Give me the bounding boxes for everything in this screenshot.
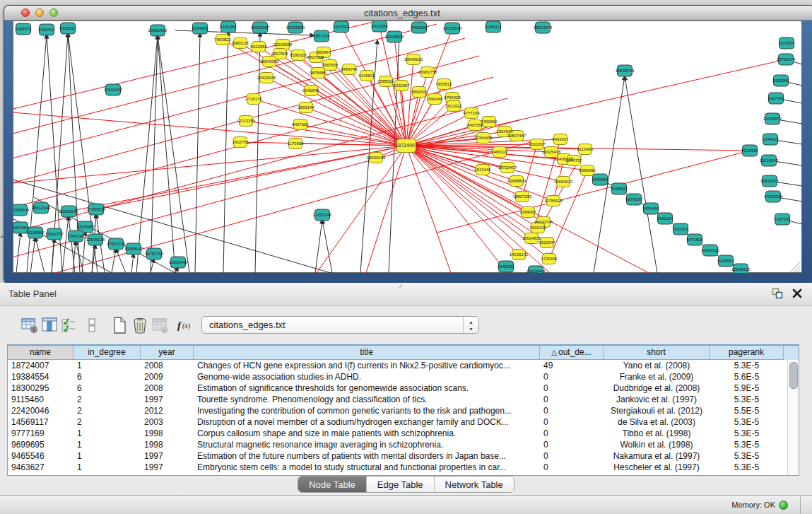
- cell-title: Disruption of a novel member of a sodium…: [194, 416, 540, 428]
- cell-title: Structural magnetic resonance image aver…: [194, 439, 540, 450]
- graph-edge: [13, 146, 406, 183]
- cell-name: 19384554: [8, 371, 73, 382]
- cell-pagerank: 5.3E-5: [710, 360, 784, 371]
- cell-in_degree: 1: [73, 450, 141, 462]
- graph-node-label: 14136141: [510, 252, 529, 257]
- column-header-title[interactable]: title: [194, 346, 540, 360]
- graph-node-label: 985467: [317, 50, 331, 54]
- table-row[interactable]: 946554611997Estimation of the future num…: [8, 450, 788, 462]
- tab-network-table[interactable]: Network Table: [434, 477, 514, 492]
- table-row[interactable]: 969969511998Structural magnetic resonanc…: [8, 439, 788, 450]
- graph-node-label: 10688809: [507, 179, 526, 183]
- graph-node-label: 18720407: [498, 165, 517, 170]
- table-row[interactable]: 911546021997Tourette syndrome. Phenomeno…: [8, 394, 788, 405]
- graph-node-label: 10958147: [124, 247, 143, 251]
- row-checklist-icon[interactable]: [59, 315, 79, 335]
- graph-node-label: 1851051: [13, 226, 29, 230]
- cell-out_de: 0: [540, 439, 604, 450]
- graph-node-label: 9827505: [271, 52, 288, 56]
- cell-out_de: 0: [540, 416, 604, 428]
- table-toolbar: f (x) citations_edges.txt ▲▼: [0, 305, 812, 344]
- graph-node-label: 1187533: [775, 217, 792, 221]
- graph-node-label: 21053346: [313, 213, 332, 217]
- status-bar: Memory: OK: [0, 495, 812, 514]
- graph-node-label: 18300295: [367, 156, 386, 160]
- dropdown-selected-value: citations_edges.txt: [209, 320, 286, 330]
- graph-node-label: 10756928: [544, 199, 563, 203]
- table-row[interactable]: 1938455462009Genome-wide association stu…: [8, 371, 788, 382]
- cell-out_de: 0: [540, 428, 604, 439]
- panel-collapse-arrow-icon[interactable]: ◂: [0, 233, 3, 240]
- sort-ascending-icon: △: [551, 349, 557, 356]
- cell-title: Investigating the contribution of common…: [194, 405, 540, 416]
- column-settings-icon[interactable]: [20, 315, 40, 335]
- memory-status-icon[interactable]: [779, 501, 788, 510]
- float-panel-icon[interactable]: [770, 287, 785, 301]
- graph-node-label: 8471626: [686, 238, 703, 242]
- graph-edge: [158, 35, 189, 273]
- table-source-dropdown[interactable]: citations_edges.txt ▲▼: [201, 316, 479, 334]
- close-panel-icon[interactable]: [789, 287, 805, 301]
- graph-node-label: 10653287: [251, 25, 270, 30]
- graph-edge: [16, 233, 20, 273]
- select-columns-icon[interactable]: [40, 315, 59, 335]
- graph-node-label: 5938923: [611, 187, 628, 191]
- scrollbar-thumb[interactable]: [789, 362, 798, 389]
- table-row[interactable]: 1830029562008Estimation of significance …: [8, 382, 788, 394]
- cell-title: Estimation of the future numbers of pati…: [194, 450, 540, 462]
- graph-node-label: 8427552: [292, 122, 309, 127]
- new-file-icon[interactable]: [110, 315, 130, 335]
- graph-edge: [35, 238, 45, 273]
- graph-node-label: 15751074: [777, 57, 796, 62]
- graph-node-label: 18807293: [513, 194, 532, 199]
- cell-short: Stergiakouli et al. (2012): [604, 405, 710, 416]
- window-titlebar[interactable]: citations_edges.txt: [4, 6, 812, 21]
- column-header-name[interactable]: name: [8, 346, 73, 360]
- column-header-pagerank[interactable]: pagerank: [710, 346, 784, 360]
- graph-node-label: 10025438: [542, 150, 561, 154]
- graph-edge: [255, 33, 260, 273]
- graph-node-label: 1170068: [288, 141, 305, 146]
- graph-node-label: 19218506: [385, 35, 404, 39]
- table-row[interactable]: 1872400712008Changes of HCN gene express…: [8, 360, 788, 371]
- graph-node-label: 19654923: [554, 180, 573, 184]
- cell-pagerank: 5.3E-5: [710, 416, 784, 428]
- tab-edge-table[interactable]: Edge Table: [366, 477, 434, 492]
- network-canvas[interactable]: 2405572916041381055312069140691540828131…: [13, 21, 802, 273]
- tab-node-table[interactable]: Node Table: [298, 477, 366, 492]
- graph-node-label: 9160413: [38, 28, 55, 32]
- graph-node-label: 1640954: [592, 177, 608, 182]
- column-header-in_degree[interactable]: in_degree: [73, 346, 141, 360]
- network-window: citations_edges.txt 24055729160413810553…: [4, 6, 812, 283]
- table-row[interactable]: 946362711997Embryonic stem cells: a mode…: [8, 462, 788, 473]
- cell-pagerank: 5.3E-5: [710, 428, 784, 439]
- graph-node-label: 2803144: [298, 105, 314, 110]
- splitter-grip-icon[interactable]: ∕∕: [400, 283, 401, 290]
- rows-icon[interactable]: [85, 315, 105, 335]
- graph-node-label: 7632621: [672, 227, 689, 231]
- graph-edge: [52, 239, 54, 273]
- graph-edge: [131, 254, 134, 273]
- table-row[interactable]: 2242004622012Investigating the contribut…: [8, 405, 788, 416]
- graph-node-label: 6794028: [444, 95, 461, 100]
- delete-trash-icon[interactable]: [130, 315, 150, 335]
- graph-node-label: 12505135: [86, 238, 105, 242]
- column-header-year[interactable]: year: [141, 346, 194, 360]
- graph-edge: [246, 121, 406, 146]
- graph-node-label: 2522547: [539, 240, 555, 245]
- cell-in_degree: 2: [73, 416, 141, 428]
- graph-edge: [30, 238, 35, 273]
- graph-node-label: 9875685: [310, 71, 326, 75]
- function-builder-icon[interactable]: f (x): [175, 315, 199, 335]
- graph-node-label: 1244415: [762, 137, 779, 141]
- citation-network-graph[interactable]: 2405572916041381055312069140691540828131…: [13, 21, 802, 273]
- column-header-out_de[interactable]: △out_de...: [540, 346, 604, 360]
- cell-out_de: 0: [540, 371, 604, 382]
- table-scrollbar[interactable]: [787, 360, 799, 475]
- column-header-short[interactable]: short: [604, 346, 710, 360]
- graph-node-label: 7462662: [481, 119, 498, 124]
- graph-edge: [522, 144, 537, 197]
- table-row[interactable]: 977716911998Corpus callosum shape and si…: [8, 428, 788, 439]
- graph-node-label: 16961758: [418, 70, 437, 74]
- table-row[interactable]: 1456911722003Disruption of a novel membe…: [8, 416, 788, 428]
